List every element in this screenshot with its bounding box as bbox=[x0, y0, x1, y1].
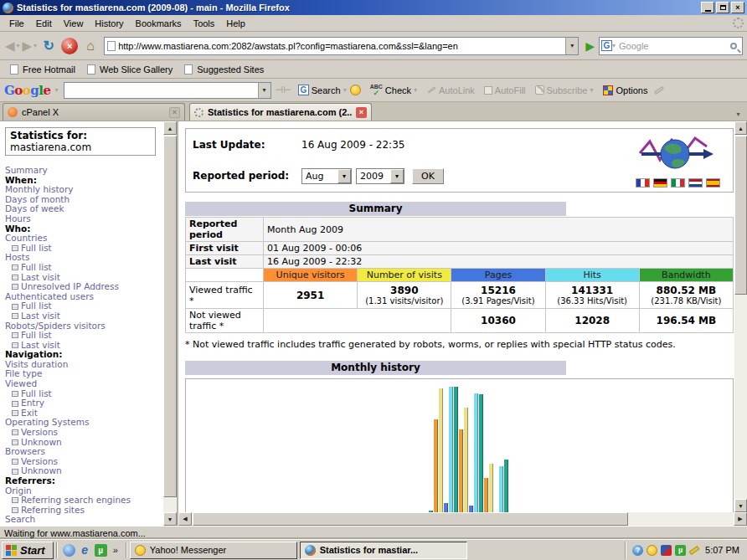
flag-netherlands-icon[interactable] bbox=[688, 178, 703, 188]
sidebar-link[interactable]: Referring sites bbox=[5, 506, 162, 516]
autofill-button[interactable]: AutoFill bbox=[482, 84, 528, 97]
minimize-button[interactable] bbox=[701, 2, 714, 13]
month-select[interactable]: Aug ▾ bbox=[301, 168, 352, 184]
back-button[interactable]: ◀ bbox=[4, 38, 16, 54]
main-horizontal-scrollbar[interactable]: ◀ ▶ bbox=[178, 512, 747, 526]
sidebar-link[interactable]: File type bbox=[5, 369, 162, 379]
sidebar-link[interactable]: Full list bbox=[5, 301, 162, 311]
url-bar[interactable]: ▾ bbox=[104, 37, 579, 55]
spellcheck-dropdown[interactable]: ▾ bbox=[414, 86, 418, 94]
tab-list-dropdown[interactable]: ▾ bbox=[732, 107, 744, 121]
sidebar-link[interactable]: Full list bbox=[5, 263, 162, 273]
quick-launch-overflow[interactable]: » bbox=[111, 545, 121, 555]
sidebar-link[interactable]: Last visit bbox=[5, 273, 162, 283]
bookmark-suggested-sites[interactable]: Suggested Sites bbox=[180, 63, 268, 76]
sidebar-link[interactable]: Unknown bbox=[5, 438, 162, 448]
ok-button[interactable]: OK bbox=[412, 168, 444, 184]
sidebar-scrollbar[interactable]: ▲ ▼ bbox=[163, 121, 177, 526]
tab-cpanel[interactable]: cPanel X × bbox=[3, 103, 185, 121]
subscribe-dropdown[interactable]: ▾ bbox=[590, 86, 594, 94]
scroll-thumb[interactable] bbox=[734, 136, 747, 295]
scroll-thumb[interactable] bbox=[193, 512, 628, 526]
google-logo[interactable]: Google bbox=[4, 83, 51, 98]
sidebar-link[interactable]: Visits duration bbox=[5, 360, 162, 370]
tab-statistics[interactable]: Statistics for mastiarena.com (2... × bbox=[189, 103, 372, 121]
google-logo-dropdown[interactable]: ▾ bbox=[55, 86, 59, 94]
flag-italy-icon[interactable] bbox=[671, 178, 685, 188]
sidebar-link[interactable]: Viewed bbox=[5, 379, 162, 389]
sidebar-link[interactable]: Full list bbox=[5, 331, 162, 341]
search-input[interactable] bbox=[616, 41, 730, 51]
alert-tray-icon[interactable] bbox=[661, 545, 672, 556]
restore-button[interactable] bbox=[716, 2, 729, 13]
options-button[interactable]: Options bbox=[600, 84, 650, 97]
sidebar-link[interactable]: Operating Systems bbox=[5, 418, 162, 428]
sidebar-link[interactable]: Robots/Spiders visitors bbox=[5, 321, 162, 331]
scroll-up-button[interactable]: ▲ bbox=[163, 121, 177, 135]
sidebar-link[interactable]: Referring search engines bbox=[5, 496, 162, 506]
sidebar-link[interactable]: Hosts bbox=[5, 253, 162, 263]
sidebar-link[interactable]: Days of week bbox=[5, 204, 162, 214]
flag-germany-icon[interactable] bbox=[653, 178, 667, 188]
show-desktop-icon[interactable] bbox=[63, 544, 75, 557]
refresh-button[interactable]: ↻ bbox=[40, 38, 57, 54]
autolink-button[interactable]: AutoLink bbox=[425, 84, 477, 97]
go-button[interactable]: ▶ bbox=[582, 39, 598, 53]
menu-history[interactable]: History bbox=[89, 16, 129, 31]
url-history-dropdown[interactable]: ▾ bbox=[565, 38, 578, 54]
sidebar-link[interactable]: Countries bbox=[5, 234, 162, 244]
sidebar-link[interactable]: Exit bbox=[5, 408, 162, 419]
pencil-tray-icon[interactable] bbox=[689, 546, 700, 555]
url-input[interactable] bbox=[116, 41, 565, 51]
sidebar-link[interactable]: Versions bbox=[5, 457, 162, 467]
sidebar-link[interactable]: Versions bbox=[5, 428, 162, 438]
chevron-down-icon[interactable]: ▾ bbox=[337, 169, 351, 183]
main-vertical-scrollbar[interactable]: ▲ ▼ bbox=[734, 121, 747, 512]
chevron-down-icon[interactable]: ▾ bbox=[390, 169, 404, 183]
scroll-up-button[interactable]: ▲ bbox=[734, 121, 747, 135]
menu-view[interactable]: View bbox=[58, 16, 90, 31]
start-button[interactable]: Start bbox=[2, 542, 54, 559]
yahoo-tray-icon[interactable] bbox=[647, 545, 657, 556]
menu-bookmarks[interactable]: Bookmarks bbox=[130, 16, 188, 31]
sidebar-link[interactable]: Authenticated users bbox=[5, 292, 162, 302]
google-search-field[interactable]: ▾ bbox=[64, 82, 271, 99]
sidebar-link[interactable]: Full list bbox=[5, 389, 162, 399]
sidebar-link[interactable]: Unknown bbox=[5, 466, 162, 476]
sidebar-link[interactable]: Origin bbox=[5, 486, 162, 496]
menu-help[interactable]: Help bbox=[220, 16, 251, 31]
sidebar-link[interactable]: Full list bbox=[5, 244, 162, 254]
forward-dropdown[interactable]: ▾ bbox=[33, 42, 38, 49]
sidebar-link[interactable]: Search Keyphrases bbox=[5, 525, 162, 526]
sidebar-link[interactable]: Last visit bbox=[5, 341, 162, 351]
subscribe-button[interactable]: Subscribe ▾ bbox=[533, 84, 597, 97]
menu-edit[interactable]: Edit bbox=[30, 16, 58, 31]
tab-close-icon[interactable]: × bbox=[169, 107, 180, 118]
task-yahoo-messenger[interactable]: Yahoo! Messenger bbox=[130, 542, 297, 559]
sidebar-link[interactable]: Last visit bbox=[5, 311, 162, 321]
back-dropdown[interactable]: ▾ bbox=[17, 42, 21, 49]
google-search-dropdown[interactable]: ▾ bbox=[258, 83, 270, 98]
highlighter-icon[interactable] bbox=[654, 85, 664, 94]
menu-tools[interactable]: Tools bbox=[188, 16, 221, 31]
internet-explorer-icon[interactable]: e bbox=[79, 544, 91, 557]
close-button[interactable]: × bbox=[731, 2, 744, 13]
flag-spain-icon[interactable] bbox=[706, 178, 720, 188]
bookmark-web-slice-gallery[interactable]: Web Slice Gallery bbox=[83, 63, 177, 76]
sidebar-link[interactable]: Summary bbox=[5, 166, 162, 176]
forward-button[interactable]: ▶ bbox=[22, 38, 33, 54]
utorrent-icon[interactable]: µ bbox=[95, 544, 107, 557]
scroll-down-button[interactable]: ▼ bbox=[734, 499, 747, 512]
flag-france-icon[interactable] bbox=[636, 178, 650, 188]
help-tray-icon[interactable]: ? bbox=[632, 545, 643, 556]
home-button[interactable]: ⌂ bbox=[82, 38, 99, 54]
sidebar-link[interactable]: Hours bbox=[5, 214, 162, 224]
bookmark-free-hotmail[interactable]: Free Hotmail bbox=[6, 63, 80, 76]
utorrent-tray-icon[interactable]: µ bbox=[675, 545, 686, 556]
search-box[interactable]: G ▾ bbox=[599, 37, 743, 55]
menu-file[interactable]: File bbox=[3, 16, 30, 31]
tab-close-icon[interactable]: × bbox=[356, 107, 367, 118]
google-search-button[interactable]: G Search ▾ bbox=[296, 83, 363, 97]
year-select[interactable]: 2009 ▾ bbox=[356, 168, 404, 184]
sidebar-link[interactable]: Unresolved IP Address bbox=[5, 282, 162, 292]
